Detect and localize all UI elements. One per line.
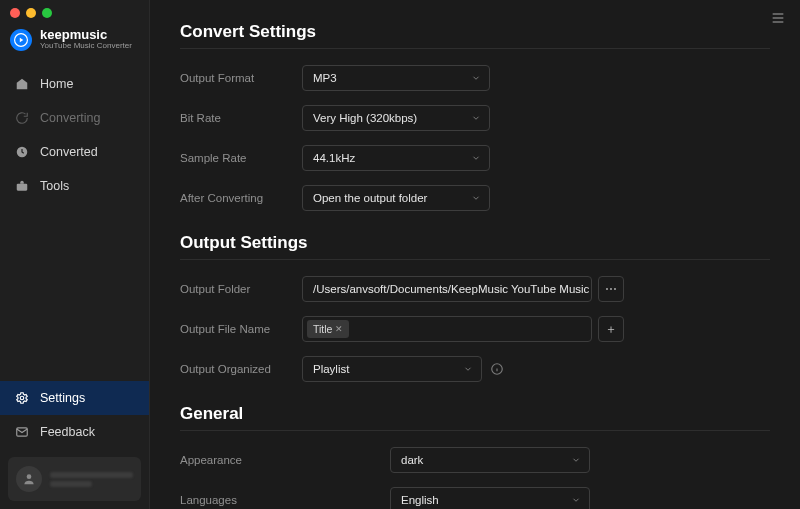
label-sample-rate: Sample Rate <box>180 152 302 164</box>
divider <box>180 48 770 49</box>
browse-folder-button[interactable]: ⋯ <box>598 276 624 302</box>
filename-tag-title[interactable]: Title✕ <box>307 320 349 338</box>
app-window: keepmusic YouTube Music Converter Home C… <box>0 0 800 509</box>
select-after-converting[interactable]: Open the output folder <box>302 185 490 211</box>
section-convert-settings: Convert Settings Output Format MP3 Bit R… <box>180 22 770 213</box>
sidebar-item-label: Home <box>40 77 73 91</box>
sidebar-item-settings[interactable]: Settings <box>0 381 149 415</box>
toolbox-icon <box>14 178 30 194</box>
svg-point-3 <box>20 396 24 400</box>
sidebar-item-feedback[interactable]: Feedback <box>0 415 149 449</box>
maximize-window-button[interactable] <box>42 8 52 18</box>
chevron-down-icon <box>471 73 481 83</box>
remove-tag-icon[interactable]: ✕ <box>335 324 343 334</box>
input-output-file-name[interactable]: Title✕ <box>302 316 592 342</box>
sidebar-item-converting[interactable]: Converting <box>0 101 149 135</box>
minimize-window-button[interactable] <box>26 8 36 18</box>
avatar-icon <box>16 466 42 492</box>
hamburger-menu-icon[interactable] <box>770 10 786 26</box>
select-sample-rate[interactable]: 44.1kHz <box>302 145 490 171</box>
select-output-organized[interactable]: Playlist <box>302 356 482 382</box>
label-output-file-name: Output File Name <box>180 323 302 335</box>
chevron-down-icon <box>463 364 473 374</box>
brand-title: keepmusic <box>40 28 132 42</box>
sidebar: keepmusic YouTube Music Converter Home C… <box>0 0 150 509</box>
sidebar-item-home[interactable]: Home <box>0 67 149 101</box>
label-output-organized: Output Organized <box>180 363 302 375</box>
sidebar-item-label: Feedback <box>40 425 95 439</box>
label-bit-rate: Bit Rate <box>180 112 302 124</box>
user-card[interactable] <box>8 457 141 501</box>
input-output-folder[interactable]: /Users/anvsoft/Documents/KeepMusic YouTu… <box>302 276 592 302</box>
section-output-settings: Output Settings Output Folder /Users/anv… <box>180 233 770 384</box>
select-appearance[interactable]: dark <box>390 447 590 473</box>
divider <box>180 430 770 431</box>
sidebar-item-label: Tools <box>40 179 69 193</box>
gear-icon <box>14 390 30 406</box>
info-icon <box>490 362 504 376</box>
divider <box>180 259 770 260</box>
chevron-down-icon <box>471 153 481 163</box>
label-output-format: Output Format <box>180 72 302 84</box>
nav-bottom: Settings Feedback <box>0 381 149 509</box>
brand-logo-icon <box>10 29 32 51</box>
clock-icon <box>14 144 30 160</box>
sidebar-item-tools[interactable]: Tools <box>0 169 149 203</box>
section-general: General Appearance dark Languages Englis… <box>180 404 770 509</box>
chevron-down-icon <box>571 495 581 505</box>
mail-icon <box>14 424 30 440</box>
select-bit-rate[interactable]: Very High (320kbps) <box>302 105 490 131</box>
sidebar-item-label: Converted <box>40 145 98 159</box>
brand: keepmusic YouTube Music Converter <box>0 24 149 63</box>
chevron-down-icon <box>471 193 481 203</box>
sidebar-item-label: Converting <box>40 111 100 125</box>
label-languages: Languages <box>180 494 390 506</box>
chevron-down-icon <box>471 113 481 123</box>
user-info-blurred <box>50 469 133 490</box>
sidebar-item-converted[interactable]: Converted <box>0 135 149 169</box>
label-after-converting: After Converting <box>180 192 302 204</box>
label-appearance: Appearance <box>180 454 390 466</box>
close-window-button[interactable] <box>10 8 20 18</box>
svg-point-5 <box>27 474 32 479</box>
section-title: General <box>180 404 770 424</box>
brand-subtitle: YouTube Music Converter <box>40 42 132 51</box>
window-controls <box>10 8 52 18</box>
svg-rect-2 <box>17 184 28 191</box>
section-title: Output Settings <box>180 233 770 253</box>
refresh-icon <box>14 110 30 126</box>
select-languages[interactable]: English <box>390 487 590 509</box>
add-filename-tag-button[interactable]: ＋ <box>598 316 624 342</box>
nav-main: Home Converting Converted Tools <box>0 67 149 203</box>
label-output-folder: Output Folder <box>180 283 302 295</box>
sidebar-item-label: Settings <box>40 391 85 405</box>
home-icon <box>14 76 30 92</box>
section-title: Convert Settings <box>180 22 770 42</box>
select-output-format[interactable]: MP3 <box>302 65 490 91</box>
main-panel: Convert Settings Output Format MP3 Bit R… <box>150 0 800 509</box>
chevron-down-icon <box>571 455 581 465</box>
